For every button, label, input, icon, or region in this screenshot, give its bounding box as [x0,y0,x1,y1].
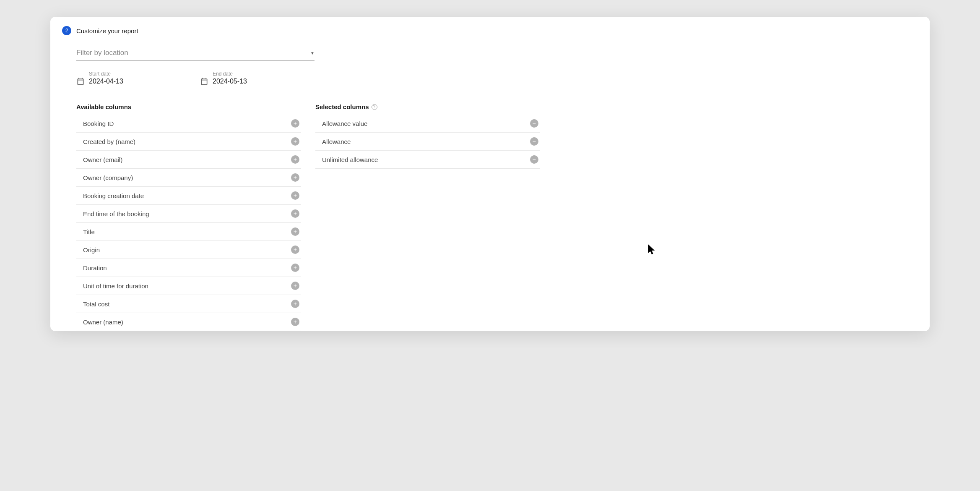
end-date-field[interactable]: End date 2024-05-13 [200,71,315,87]
end-date-input[interactable]: End date 2024-05-13 [213,71,315,87]
add-column-button[interactable] [291,300,299,308]
available-column-item: Origin [76,241,301,259]
column-label: Allowance [322,138,351,145]
column-label: Owner (name) [83,319,123,326]
selected-header: Selected columns ? [315,103,540,110]
column-label: Origin [83,246,100,253]
filter-row: Filter by location ▼ [76,46,918,61]
available-column-item: Booking creation date [76,187,301,205]
add-column-button[interactable] [291,191,299,200]
available-column-item: Owner (email) [76,151,301,169]
available-column-item: Booking ID [76,115,301,133]
selected-columns-section: Selected columns ? Allowance valueAllowa… [315,103,540,331]
available-column-item: Created by (name) [76,133,301,151]
start-date-value: 2024-04-13 [89,78,123,85]
end-date-label: End date [213,71,315,77]
add-column-button[interactable] [291,209,299,218]
step-title: Customize your report [76,27,138,34]
column-label: Total cost [83,300,109,308]
filter-location-placeholder: Filter by location [76,49,128,57]
add-column-button[interactable] [291,119,299,128]
date-row: Start date 2024-04-13 End date 2024-05-1… [76,71,918,87]
step-number-badge: 2 [62,26,71,35]
column-label: Booking creation date [83,192,144,199]
content-area: Filter by location ▼ Start date 2024-04-… [62,46,918,331]
report-customize-card: 2 Customize your report Filter by locati… [50,17,930,331]
add-column-button[interactable] [291,318,299,326]
selected-columns-list: Allowance valueAllowanceUnlimited allowa… [315,115,540,169]
add-column-button[interactable] [291,246,299,254]
column-label: Title [83,228,95,235]
available-column-item: Duration [76,259,301,277]
chevron-down-icon: ▼ [310,51,315,55]
selected-heading: Selected columns [315,103,369,110]
add-column-button[interactable] [291,137,299,146]
add-column-button[interactable] [291,155,299,164]
column-label: Booking ID [83,120,114,127]
add-column-button[interactable] [291,282,299,290]
column-label: End time of the booking [83,210,149,217]
columns-container: Available columns Booking IDCreated by (… [76,103,918,331]
end-date-value: 2024-05-13 [213,78,247,85]
start-date-label: Start date [89,71,191,77]
selected-column-item: Allowance [315,133,540,151]
remove-column-button[interactable] [530,137,538,146]
cursor-icon [648,244,657,256]
column-label: Unit of time for duration [83,282,148,290]
filter-location-select[interactable]: Filter by location ▼ [76,46,315,61]
column-label: Allowance value [322,120,367,127]
column-label: Owner (company) [83,174,133,181]
available-header: Available columns [76,103,301,110]
available-column-item: End time of the booking [76,205,301,223]
step-header: 2 Customize your report [62,26,918,35]
available-column-item: Unit of time for duration [76,277,301,295]
add-column-button[interactable] [291,173,299,182]
help-icon[interactable]: ? [372,104,377,110]
add-column-button[interactable] [291,264,299,272]
column-label: Created by (name) [83,138,135,145]
available-column-item: Owner (company) [76,169,301,187]
selected-column-item: Unlimited allowance [315,151,540,169]
remove-column-button[interactable] [530,155,538,164]
available-column-item: Total cost [76,295,301,313]
available-column-item: Title [76,223,301,241]
selected-column-item: Allowance value [315,115,540,133]
start-date-input[interactable]: Start date 2024-04-13 [89,71,191,87]
calendar-icon [76,77,85,86]
calendar-icon [200,77,208,86]
available-columns-list: Booking IDCreated by (name)Owner (email)… [76,115,301,331]
column-label: Owner (email) [83,156,122,163]
add-column-button[interactable] [291,227,299,236]
remove-column-button[interactable] [530,119,538,128]
available-column-item: Owner (name) [76,313,301,331]
available-heading: Available columns [76,103,131,110]
column-label: Duration [83,264,107,272]
available-columns-section: Available columns Booking IDCreated by (… [76,103,301,331]
start-date-field[interactable]: Start date 2024-04-13 [76,71,191,87]
column-label: Unlimited allowance [322,156,378,163]
